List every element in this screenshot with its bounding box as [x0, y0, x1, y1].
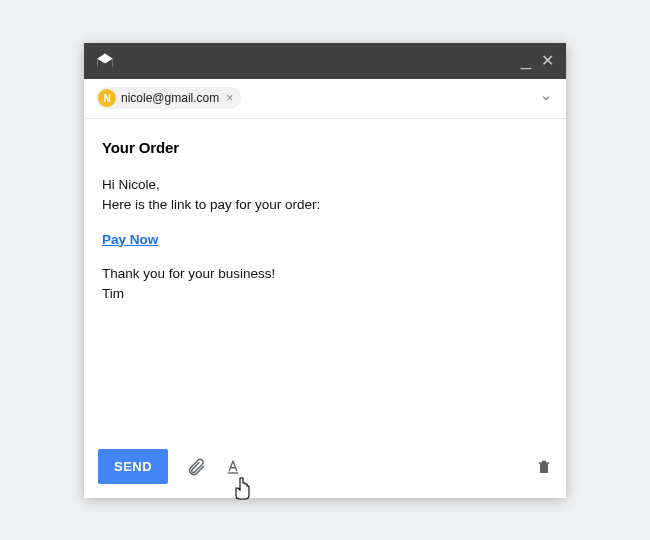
mail-open-icon [96, 52, 114, 70]
compose-window: _ ✕ N nicole@gmail.com × Your Order Hi N… [84, 43, 566, 498]
pay-now-link[interactable]: Pay Now [102, 230, 158, 250]
titlebar: _ ✕ [84, 43, 566, 79]
recipient-chip[interactable]: N nicole@gmail.com × [96, 87, 241, 109]
svg-rect-3 [542, 460, 546, 462]
avatar: N [98, 89, 116, 107]
message-body[interactable]: Your Order Hi Nicole, Here is the link t… [84, 119, 566, 446]
svg-rect-2 [539, 462, 550, 463]
svg-rect-1 [540, 463, 548, 472]
chevron-down-icon[interactable] [538, 90, 554, 106]
close-icon[interactable]: ✕ [541, 53, 554, 69]
toolbar: SEND [84, 446, 566, 498]
body-line-1: Here is the link to pay for your order: [102, 197, 320, 212]
text-format-icon[interactable] [224, 458, 242, 476]
minimize-icon[interactable]: _ [521, 56, 531, 66]
subject-line: Your Order [102, 137, 548, 160]
body-closing-1: Thank you for your business! [102, 266, 275, 281]
remove-recipient-icon[interactable]: × [224, 91, 235, 105]
recipient-email: nicole@gmail.com [121, 91, 219, 105]
recipient-row: N nicole@gmail.com × [84, 79, 566, 119]
body-signature: Tim [102, 286, 124, 301]
body-greeting: Hi Nicole, [102, 177, 160, 192]
attachment-icon[interactable] [186, 457, 206, 477]
send-button[interactable]: SEND [98, 449, 168, 484]
trash-icon[interactable] [536, 458, 552, 476]
